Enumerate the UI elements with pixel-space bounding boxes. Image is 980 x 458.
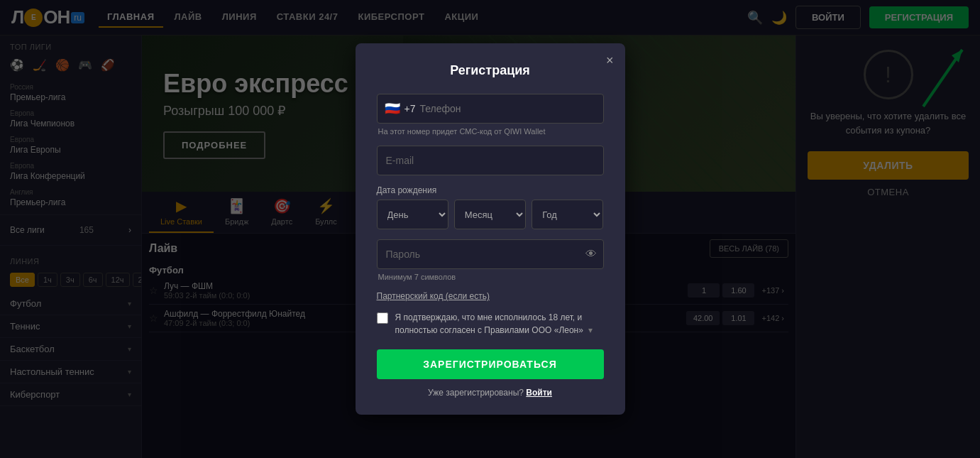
phone-hint: На этот номер придет СМС-код от QIWI Wal… [377,127,604,136]
flag-icon: 🇷🇺 [385,101,400,116]
checkbox-row: Я подтверждаю, что мне исполнилось 18 ле… [377,311,604,337]
eye-icon[interactable]: 👁 [585,248,597,261]
phone-input-group: 🇷🇺 +7 На этот номер придет СМС-код от QI… [377,94,604,136]
already-registered: Уже зарегистрированы? Войти [377,388,604,398]
dob-row: День Месяц Год [377,200,604,229]
already-registered-text: Уже зарегистрированы? [428,388,524,398]
modal-title: Регистрация [377,63,604,78]
phone-input-row: 🇷🇺 +7 [377,94,604,124]
login-link[interactable]: Войти [526,388,552,398]
password-row: 👁 [377,239,604,269]
modal-close-button[interactable]: × [606,53,614,68]
registration-modal: Регистрация × 🇷🇺 +7 На этот номер придет… [356,43,625,415]
dob-month-select[interactable]: Месяц [454,200,526,229]
expand-icon[interactable]: ▾ [588,325,593,335]
register-submit-button[interactable]: ЗАРЕГИСТРИРОВАТЬСЯ [377,349,604,379]
phone-prefix: +7 [404,103,416,114]
terms-checkbox[interactable] [377,312,388,324]
modal-overlay[interactable]: Регистрация × 🇷🇺 +7 На этот номер придет… [0,0,980,458]
email-input[interactable] [377,146,604,175]
checkbox-label: Я подтверждаю, что мне исполнилось 18 ле… [395,311,604,337]
dob-input-group: Дата рождения День Месяц Год [377,185,604,229]
password-input-group: 👁 Минимум 7 символов [377,239,604,281]
password-input[interactable] [377,239,604,269]
partner-code-link[interactable]: Партнерский код (если есть) [377,291,604,301]
password-hint: Минимум 7 символов [377,273,604,281]
dob-day-select[interactable]: День [377,200,448,229]
email-input-group [377,146,604,175]
dob-year-select[interactable]: Год [532,200,603,229]
phone-input[interactable] [419,103,595,114]
dob-label: Дата рождения [377,185,604,195]
